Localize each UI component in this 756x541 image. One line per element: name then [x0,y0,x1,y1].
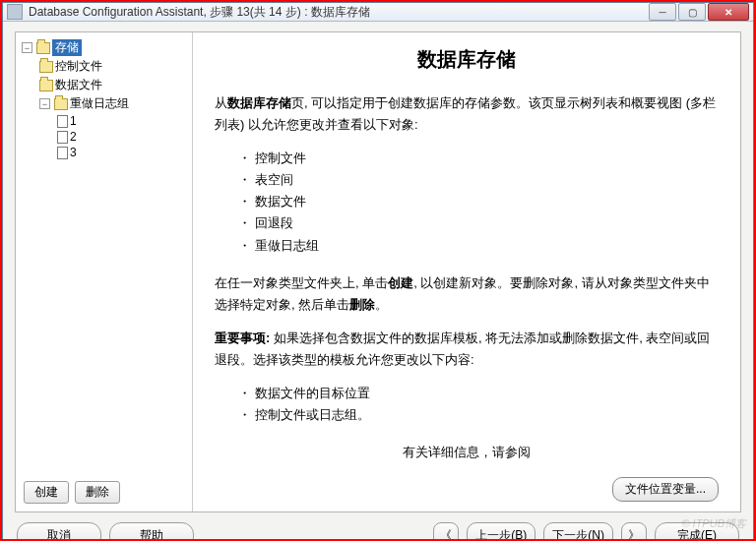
first-button[interactable]: 《 [433,522,459,541]
close-button[interactable]: ✕ [708,3,749,21]
next-button[interactable]: 下一步(N) [543,522,613,541]
folder-icon [36,42,50,54]
folder-icon [39,80,53,91]
collapse-icon[interactable]: − [39,98,50,109]
tree-root[interactable]: − 存储 [22,38,188,57]
tree-label: 控制文件 [55,58,102,75]
intro-paragraph: 从数据库存储页, 可以指定用于创建数据库的存储参数。该页显示树列表和概要视图 (… [215,92,719,136]
tree-item-control-files[interactable]: 控制文件 [39,57,188,76]
app-icon [7,4,23,20]
folder-icon [54,98,68,110]
tree-label: 3 [70,146,77,159]
list-item: 控制文件 [238,148,719,169]
list-item: 重做日志组 [238,235,719,257]
tree-label: 1 [70,114,77,128]
tree-root-label: 存储 [52,39,82,56]
tree-item-redo-3[interactable]: 3 [57,145,188,160]
tree-label: 重做日志组 [70,95,129,112]
page-heading: 数据库存储 [215,46,719,73]
tree-item-redo-group[interactable]: − 重做日志组 [39,94,188,113]
wizard-footer: 取消 帮助 《 上一步(B) 下一步(N) 》 完成(E) [15,512,741,541]
storage-tree[interactable]: − 存储 控制文件 数据文件 − 重做日志组 [16,32,192,475]
file-icon [57,131,68,144]
maximize-button[interactable]: ▢ [678,3,706,21]
more-info-text: 有关详细信息，请参阅 [215,442,719,463]
file-icon [57,147,68,159]
tree-item-redo-1[interactable]: 1 [57,113,188,129]
list-item: 数据文件 [238,191,719,212]
file-icon [57,115,68,128]
list-item: 表空间 [238,169,719,191]
list-item: 数据文件的目标位置 [238,383,719,404]
tree-panel: − 存储 控制文件 数据文件 − 重做日志组 [16,32,193,511]
last-button[interactable]: 》 [621,522,647,541]
object-list: 控制文件 表空间 数据文件 回退段 重做日志组 [238,148,719,256]
tree-item-data-files[interactable]: 数据文件 [39,76,188,94]
content-panel: 数据库存储 从数据库存储页, 可以指定用于创建数据库的存储参数。该页显示树列表和… [193,32,740,511]
create-button[interactable]: 创建 [24,481,69,504]
help-button[interactable]: 帮助 [109,522,194,541]
client-area: − 存储 控制文件 数据文件 − 重做日志组 [3,22,753,541]
list-item: 回退段 [238,212,719,234]
folder-icon [39,61,53,73]
main-panel: − 存储 控制文件 数据文件 − 重做日志组 [15,31,741,512]
file-location-variables-button[interactable]: 文件位置变量... [612,477,719,502]
window-frame: Database Configuration Assistant, 步骤 13(… [2,2,754,539]
tree-label: 数据文件 [55,77,102,93]
window-title: Database Configuration Assistant, 步骤 13(… [29,4,649,21]
instruction-paragraph: 在任一对象类型文件夹上, 单击创建, 以创建新对象。要删除对象, 请从对象类型文… [215,272,719,316]
tree-button-row: 创建 删除 [16,475,192,511]
location-button-row: 文件位置变量... [215,469,719,502]
cancel-button[interactable]: 取消 [17,522,101,541]
minimize-button[interactable]: ─ [649,3,676,21]
important-note: 重要事项: 如果选择包含数据文件的数据库模板, 将无法添加或删除数据文件, 表空… [215,328,719,371]
titlebar: Database Configuration Assistant, 步骤 13(… [3,3,753,22]
tree-item-redo-2[interactable]: 2 [57,129,188,145]
finish-button[interactable]: 完成(E) [655,522,739,541]
window-controls: ─ ▢ ✕ [649,3,749,21]
list-item: 控制文件或日志组。 [238,404,719,426]
template-list: 数据文件的目标位置 控制文件或日志组。 [238,383,719,426]
tree-label: 2 [70,130,77,144]
collapse-icon[interactable]: − [22,42,32,53]
back-button[interactable]: 上一步(B) [467,522,536,541]
delete-button[interactable]: 删除 [75,481,120,504]
